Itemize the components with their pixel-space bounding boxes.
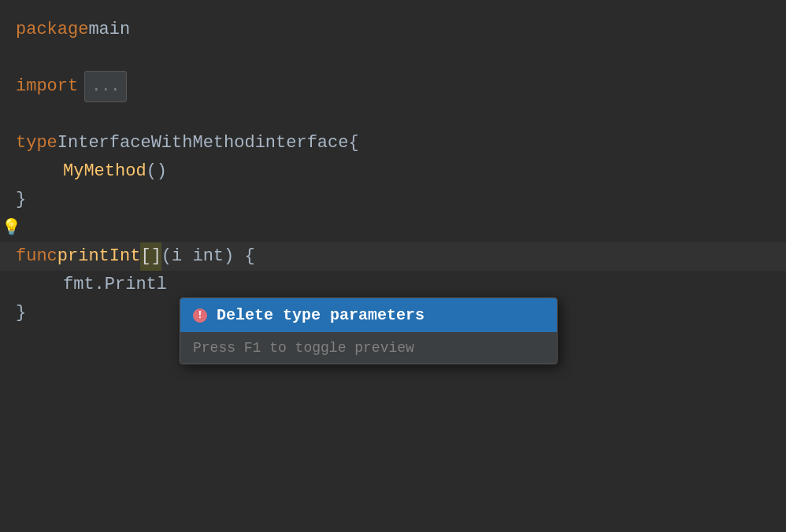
code-line-blank1 [0,44,786,72]
code-editor: package main import ... type InterfaceWi… [0,0,786,532]
error-bulb-icon: ! [193,308,207,323]
open-brace1: { [348,129,358,157]
func-params: (i int) { [161,242,255,271]
bracket-open: [ [140,242,150,271]
error-light-icon: 💡 [2,214,21,242]
code-line-import: import ... [0,72,786,101]
context-menu[interactable]: ! Delete type parameters Press F1 to tog… [180,297,558,364]
code-main: main [88,16,130,44]
code-line-mymethod: MyMethod () [0,157,786,186]
method-name: MyMethod [63,157,146,186]
menu-hint-text: Press F1 to toggle preview [180,332,557,364]
code-line-func: func printInt [ ] (i int) { [0,242,786,271]
keyword-func: func [16,242,57,271]
keyword-type: type [16,129,57,157]
code-line-close1: } [0,186,786,214]
method-parens: () [146,157,167,186]
code-line-blank3: 💡 [0,214,786,242]
menu-item-label: Delete type parameters [217,306,425,324]
menu-item-delete-type-params[interactable]: ! Delete type parameters [180,298,557,332]
keyword-interface: interface [255,129,349,157]
code-line-blank2 [0,101,786,129]
import-ellipsis: ... [84,71,127,102]
code-line-package: package main [0,16,786,44]
type-name: InterfaceWithMethod [57,129,255,157]
close-brace2: } [16,299,26,327]
bracket-close: ] [151,242,161,271]
fmt-call: fmt.Printl [63,271,167,299]
close-brace1: } [16,186,26,214]
func-name: printInt [57,242,141,271]
keyword-import: import [16,72,78,101]
code-line-type: type InterfaceWithMethod interface { [0,129,786,157]
code-line-fmt: fmt.Printl [0,271,786,299]
keyword-package: package [16,16,88,44]
hint-label: Press F1 to toggle preview [193,340,414,356]
